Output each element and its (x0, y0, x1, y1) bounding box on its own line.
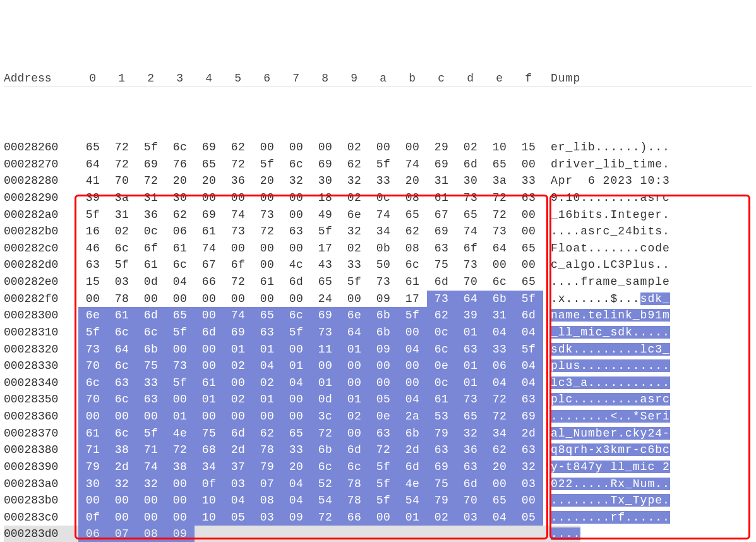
hex-byte[interactable]: 63 (427, 442, 456, 459)
hex-byte[interactable]: 00 (282, 190, 311, 207)
hex-byte[interactable]: 11 (311, 341, 340, 358)
address-cell[interactable]: 00028280 (4, 172, 78, 190)
dump-cell[interactable]: y-t847y ll_mic 2 (543, 459, 670, 476)
hex-byte[interactable]: 69 (427, 223, 456, 240)
hex-byte[interactable]: 3a (485, 172, 514, 190)
dump-cell[interactable]: plus............ (543, 358, 670, 375)
hex-byte[interactable]: 00 (165, 291, 195, 308)
hex-byte[interactable]: 04 (224, 492, 253, 509)
hex-byte[interactable]: 63 (456, 341, 485, 358)
hex-byte[interactable]: 5f (136, 139, 165, 156)
hex-byte[interactable]: 6b (369, 324, 398, 341)
hex-bytes[interactable]: 0f000000100503097266000102030405 (78, 509, 543, 526)
hex-byte[interactable]: 00 (282, 139, 311, 156)
hex-row[interactable]: 000282d0635f616c676f004c4333506c75730000… (4, 256, 752, 274)
hex-byte[interactable]: 5f (165, 375, 195, 392)
hex-byte[interactable]: 65 (485, 156, 514, 173)
hex-byte[interactable]: 64 (107, 341, 136, 358)
address-cell[interactable]: 00028290 (4, 190, 78, 207)
hex-byte[interactable]: 74 (398, 156, 427, 173)
hex-byte[interactable]: 32 (107, 476, 136, 493)
hex-byte[interactable]: 01 (165, 408, 195, 425)
dump-cell[interactable]: .... (543, 526, 580, 542)
hex-byte[interactable]: 6c (340, 459, 369, 476)
dump-cell[interactable]: ........Tx_Type. (543, 492, 670, 509)
hex-byte[interactable]: 31 (485, 307, 514, 324)
dump-cell[interactable]: _16bits.Integer. (543, 207, 670, 224)
hex-byte[interactable]: 72 (165, 442, 195, 459)
address-cell[interactable]: 000283a0 (4, 476, 78, 493)
hex-byte[interactable]: 09 (282, 509, 311, 526)
address-cell[interactable]: 00028260 (4, 139, 78, 156)
hex-byte[interactable]: 5f (311, 223, 340, 240)
hex-byte[interactable]: 67 (195, 256, 224, 274)
hex-byte[interactable]: 24 (311, 291, 340, 308)
hex-byte[interactable]: 6d (282, 274, 311, 291)
hex-row[interactable]: 00028370616c5f4e756d62657200636b7932342d… (4, 425, 752, 442)
hex-byte[interactable]: 71 (136, 442, 165, 459)
hex-byte[interactable]: 01 (456, 324, 485, 341)
hex-byte[interactable]: 31 (427, 172, 456, 190)
hex-byte[interactable]: 73 (427, 291, 456, 308)
hex-byte[interactable]: 70 (456, 492, 485, 509)
hex-byte[interactable]: 64 (456, 291, 485, 308)
hex-byte[interactable]: 69 (514, 408, 543, 425)
hex-byte[interactable]: 33 (136, 375, 165, 392)
hex-byte[interactable]: 04 (485, 375, 514, 392)
hex-byte[interactable]: 73 (456, 391, 485, 408)
hex-byte[interactable]: 00 (398, 358, 427, 375)
hex-byte[interactable]: 01 (195, 391, 224, 408)
dump-cell[interactable]: name.telink_b91m (543, 307, 670, 324)
hex-byte[interactable]: 70 (78, 391, 107, 408)
hex-byte[interactable]: 72 (485, 207, 514, 224)
hex-byte[interactable]: 69 (136, 156, 165, 173)
hex-byte[interactable]: 0e (369, 408, 398, 425)
hex-byte[interactable]: 00 (107, 509, 136, 526)
hex-row[interactable]: 000282f000780000000000002400091773646b5f… (4, 291, 752, 308)
hex-byte[interactable]: 00 (253, 408, 282, 425)
hex-byte[interactable]: 6c (485, 274, 514, 291)
hex-byte[interactable]: 37 (224, 459, 253, 476)
hex-byte[interactable]: 74 (456, 223, 485, 240)
hex-byte[interactable]: 06 (485, 358, 514, 375)
hex-byte[interactable]: 01 (282, 358, 311, 375)
hex-row[interactable]: 000283b0000000001004080454785f5479706500… (4, 492, 752, 509)
hex-byte[interactable]: 36 (136, 207, 165, 224)
hex-byte[interactable]: 00 (369, 358, 398, 375)
hex-bytes[interactable]: 15030d046672616d655f73616d706c65 (78, 274, 543, 291)
hex-byte[interactable]: 72 (311, 509, 340, 526)
hex-byte[interactable]: 0f (195, 476, 224, 493)
hex-byte[interactable]: 5f (107, 256, 136, 274)
hex-byte[interactable]: 07 (253, 476, 282, 493)
hex-byte[interactable]: 0e (427, 358, 456, 375)
hex-byte[interactable]: 00 (369, 375, 398, 392)
hex-byte[interactable]: 03 (253, 509, 282, 526)
hex-byte[interactable]: 73 (456, 256, 485, 274)
hex-byte[interactable]: 00 (195, 341, 224, 358)
hex-byte[interactable]: 79 (427, 492, 456, 509)
hex-byte[interactable]: 69 (195, 207, 224, 224)
hex-byte[interactable]: 00 (165, 509, 195, 526)
hex-byte[interactable]: 32 (340, 223, 369, 240)
hex-byte[interactable]: 5f (369, 459, 398, 476)
hex-byte[interactable]: 02 (340, 190, 369, 207)
hex-byte[interactable]: 6f (136, 240, 165, 257)
hex-byte[interactable]: 01 (398, 509, 427, 526)
address-cell[interactable]: 00028320 (4, 341, 78, 358)
hex-byte[interactable]: 34 (485, 425, 514, 442)
hex-byte[interactable]: 74 (136, 459, 165, 476)
hex-byte[interactable]: 63 (514, 391, 543, 408)
hex-byte[interactable]: 63 (369, 425, 398, 442)
hex-byte[interactable]: 20 (282, 459, 311, 476)
hex-byte[interactable]: 01 (340, 341, 369, 358)
hex-byte[interactable]: 2d (107, 459, 136, 476)
hex-byte[interactable]: 63 (107, 375, 136, 392)
hex-byte[interactable]: 61 (195, 223, 224, 240)
hex-byte[interactable]: 63 (427, 240, 456, 257)
hex-byte[interactable]: 63 (514, 442, 543, 459)
hex-byte[interactable]: 5f (253, 156, 282, 173)
hex-byte[interactable]: 16 (78, 223, 107, 240)
hex-byte[interactable]: 2a (398, 408, 427, 425)
hex-byte[interactable]: 17 (311, 240, 340, 257)
hex-byte[interactable]: 04 (485, 324, 514, 341)
